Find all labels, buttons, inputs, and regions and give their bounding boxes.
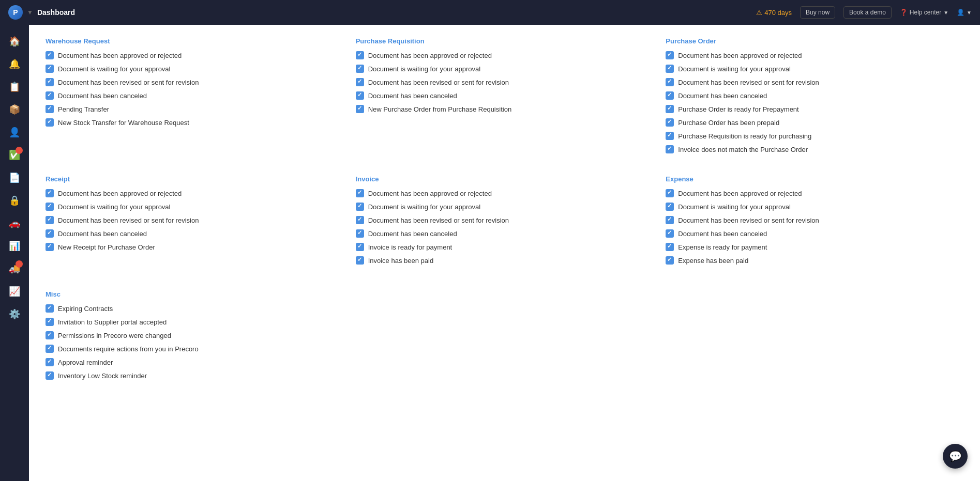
check-item: Documents require actions from you in Pr… (46, 345, 963, 353)
checkbox-expense-5[interactable] (666, 256, 674, 265)
section-misc: MiscExpiring ContractsInvitation to Supp… (46, 290, 963, 380)
sidebar-item-delivery[interactable]: 🚚 (4, 258, 25, 279)
checkbox-purchase-order-4[interactable] (666, 105, 674, 113)
check-item-label: Document has been revised or sent for re… (58, 79, 199, 86)
checkbox-expense-0[interactable] (666, 189, 674, 197)
sidebar-item-settings[interactable]: ⚙️ (4, 304, 25, 324)
checkbox-invoice-3[interactable] (356, 229, 364, 238)
section-invoice: InvoiceDocument has been approved or rej… (356, 175, 654, 270)
checkbox-receipt-1[interactable] (46, 203, 54, 211)
book-demo-button[interactable]: Book a demo (843, 6, 892, 19)
checkbox-purchase-requisition-1[interactable] (356, 65, 364, 73)
checkbox-misc-0[interactable] (46, 304, 54, 313)
check-item: Expense has been paid (666, 256, 963, 265)
checkbox-misc-5[interactable] (46, 371, 54, 380)
checkbox-misc-2[interactable] (46, 331, 54, 339)
check-item: Document has been revised or sent for re… (666, 216, 963, 224)
section-warehouse-request: Warehouse RequestDocument has been appro… (46, 37, 343, 159)
checkbox-receipt-2[interactable] (46, 216, 54, 224)
check-item: Inventory Low Stock reminder (46, 371, 963, 380)
checkbox-receipt-0[interactable] (46, 189, 54, 197)
check-item-label: Expense is ready for payment (678, 243, 767, 251)
days-label: 470 days (764, 9, 792, 17)
checkbox-purchase-requisition-0[interactable] (356, 51, 364, 59)
check-item-label: Purchase Order is ready for Prepayment (678, 105, 798, 113)
checkbox-receipt-3[interactable] (46, 229, 54, 238)
checkbox-purchase-order-0[interactable] (666, 51, 674, 59)
check-item-label: Purchase Requisition is ready for purcha… (678, 132, 811, 140)
checkbox-purchase-requisition-4[interactable] (356, 105, 364, 113)
topbar-left: P ▼ Dashboard (8, 5, 748, 20)
checkbox-warehouse-request-3[interactable] (46, 91, 54, 100)
check-item-label: New Purchase Order from Purchase Requisi… (368, 105, 511, 113)
checkbox-purchase-requisition-2[interactable] (356, 78, 364, 86)
section-title-purchase-requisition: Purchase Requisition (356, 37, 654, 45)
sidebar-item-home[interactable]: 🏠 (4, 31, 25, 52)
checkbox-expense-3[interactable] (666, 229, 674, 238)
section-title-receipt: Receipt (46, 175, 343, 183)
checkbox-purchase-order-2[interactable] (666, 78, 674, 86)
sidebar-item-documents[interactable]: 📋 (4, 76, 25, 97)
checkbox-receipt-4[interactable] (46, 243, 54, 251)
check-item-label: Document is waiting for your approval (58, 65, 171, 73)
check-item-label: Permissions in Precoro were changed (58, 332, 171, 339)
check-item: Purchase Order has been prepaid (666, 118, 963, 127)
checkbox-purchase-order-5[interactable] (666, 118, 674, 127)
checkbox-misc-1[interactable] (46, 318, 54, 326)
check-item-label: Invoice does not match the Purchase Orde… (678, 146, 808, 153)
check-item-label: Pending Transfer (58, 105, 109, 113)
checkbox-purchase-requisition-3[interactable] (356, 91, 364, 100)
checkbox-expense-1[interactable] (666, 203, 674, 211)
user-menu[interactable]: 👤 ▼ (957, 9, 972, 16)
main-content: Warehouse RequestDocument has been appro… (29, 25, 980, 481)
sidebar-item-analytics[interactable]: 📊 (4, 236, 25, 256)
checkbox-invoice-1[interactable] (356, 203, 364, 211)
checkbox-invoice-2[interactable] (356, 216, 364, 224)
user-chevron-icon: ▼ (967, 10, 972, 15)
check-item-label: Document has been canceled (678, 230, 767, 238)
check-item: Document has been approved or rejected (356, 51, 654, 59)
help-icon: ❓ (900, 9, 908, 16)
check-item: Document has been approved or rejected (356, 189, 654, 197)
checkbox-misc-4[interactable] (46, 358, 54, 366)
checkbox-warehouse-request-0[interactable] (46, 51, 54, 59)
sidebar: 🏠 🔔 📋 📦 👤 ✅ 📄 🔒 🚗 📊 🚚 📈 ⚙️ (0, 25, 29, 481)
check-item: Invoice does not match the Purchase Orde… (666, 145, 963, 153)
check-item-label: Document is waiting for your approval (368, 203, 481, 211)
check-item-label: New Stock Transfer for Warehouse Request (58, 119, 189, 127)
checkbox-misc-3[interactable] (46, 345, 54, 353)
checkbox-warehouse-request-1[interactable] (46, 65, 54, 73)
checkbox-invoice-0[interactable] (356, 189, 364, 197)
checkbox-expense-4[interactable] (666, 243, 674, 251)
sidebar-item-vehicles[interactable]: 🚗 (4, 213, 25, 234)
check-item-label: Document is waiting for your approval (678, 65, 791, 73)
checkbox-purchase-order-6[interactable] (666, 132, 674, 140)
checkbox-warehouse-request-4[interactable] (46, 105, 54, 113)
checkbox-purchase-order-1[interactable] (666, 65, 674, 73)
checkbox-invoice-5[interactable] (356, 256, 364, 265)
check-item-label: Document has been canceled (678, 92, 767, 100)
chat-button[interactable]: 💬 (943, 444, 968, 469)
sidebar-item-security[interactable]: 🔒 (4, 190, 25, 211)
sidebar-item-metrics[interactable]: 📈 (4, 281, 25, 302)
checkbox-purchase-order-7[interactable] (666, 145, 674, 153)
content-area: Warehouse RequestDocument has been appro… (29, 25, 980, 409)
checkbox-warehouse-request-2[interactable] (46, 78, 54, 86)
days-warning: ⚠ 470 days (756, 9, 792, 17)
checkbox-warehouse-request-5[interactable] (46, 118, 54, 127)
help-center-menu[interactable]: ❓ Help center ▼ (900, 9, 948, 16)
check-item-label: Expiring Contracts (58, 305, 113, 313)
sidebar-item-tasks[interactable]: ✅ (4, 145, 25, 165)
checkbox-invoice-4[interactable] (356, 243, 364, 251)
check-item: Document is waiting for your approval (46, 65, 343, 73)
check-item: Expense is ready for payment (666, 243, 963, 251)
checkbox-expense-2[interactable] (666, 216, 674, 224)
sidebar-item-reports[interactable]: 📄 (4, 167, 25, 188)
section-receipt: ReceiptDocument has been approved or rej… (46, 175, 343, 270)
sidebar-item-users[interactable]: 👤 (4, 122, 25, 143)
buy-now-button[interactable]: Buy now (800, 6, 835, 19)
sidebar-item-notifications[interactable]: 🔔 (4, 54, 25, 74)
sidebar-item-inventory[interactable]: 📦 (4, 99, 25, 120)
checkbox-purchase-order-3[interactable] (666, 91, 674, 100)
check-item: Document has been approved or rejected (666, 189, 963, 197)
